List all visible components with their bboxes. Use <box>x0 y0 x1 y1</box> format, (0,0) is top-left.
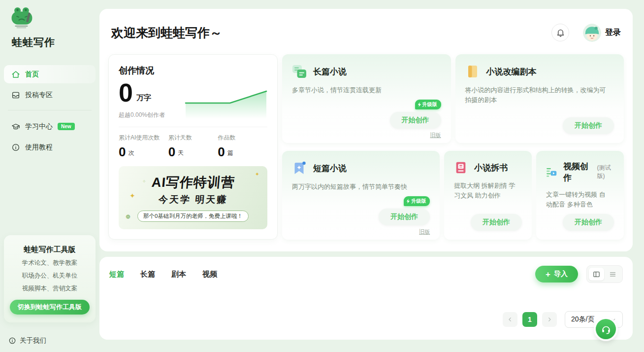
grid-view-button[interactable] <box>589 268 604 281</box>
new-badge: New <box>58 123 75 130</box>
sidebar-item-label: 学习中心 <box>25 122 53 131</box>
card-book-analysis[interactable]: 小说拆书 提取大纲 拆解剧情 学习文风 助力创作 开始创作 <box>444 151 532 240</box>
import-button[interactable]: + 导入 <box>535 266 578 282</box>
grid-view-icon <box>592 270 601 279</box>
customer-service-button[interactable] <box>596 319 616 339</box>
card-novel-to-script[interactable]: 小说改编剧本 将小说的内容进行形式和结构上的转换，改编为可拍摄的剧本 开始创作 <box>455 54 624 143</box>
metric-value: 0 <box>119 145 126 158</box>
graduation-cap-icon <box>11 122 20 131</box>
headset-icon <box>601 324 612 335</box>
main-content: 欢迎来到蛙蛙写作～ <box>99 0 644 352</box>
works-panel: 短篇 长篇 剧本 视频 + 导入 <box>99 257 633 340</box>
start-writing-button[interactable]: 开始创作 <box>563 117 614 134</box>
tab-short[interactable]: 短篇 <box>109 270 124 279</box>
lightning-icon <box>418 102 421 107</box>
tool-card-line: 视频脚本、营销文案 <box>10 284 90 293</box>
card-title: 小说拆书 <box>474 162 508 174</box>
tab-long[interactable]: 长篇 <box>140 270 155 279</box>
sidebar-nav: 首页 投稿专区 学习中心 New 使用教程 <box>0 65 99 159</box>
long-novel-icon <box>292 64 307 79</box>
sidebar-item-learning-center[interactable]: 学习中心 New <box>4 117 96 136</box>
sidebar-item-label: 使用教程 <box>25 143 53 152</box>
metric-ai-uses: 累计AI使用次数 0 次 <box>119 134 168 158</box>
tool-card-line: 学术论文、教学教案 <box>10 259 90 267</box>
notification-bell-button[interactable] <box>551 24 569 41</box>
divider <box>119 127 267 127</box>
banner-headline: AI写作特训营 <box>151 174 235 191</box>
short-novel-icon <box>292 161 307 176</box>
script-book-icon <box>465 64 480 79</box>
login-button[interactable]: 登录 <box>605 28 621 38</box>
tab-video[interactable]: 视频 <box>202 270 217 279</box>
total-words-value: 0 <box>119 79 133 106</box>
total-words-unit: 万字 <box>136 93 151 103</box>
card-description: 将小说的内容进行形式和结构上的转换，改编为可拍摄的剧本 <box>465 85 614 105</box>
start-writing-button[interactable]: 开始创作 <box>379 209 430 225</box>
feature-cards: 长篇小说 多章节小说，情节连贯连载更新 升级版 开始创作 旧版 <box>282 54 624 240</box>
stats-card-title: 创作情况 <box>119 65 267 76</box>
video-creation-icon <box>546 165 557 179</box>
card-title: 短篇小说 <box>313 163 347 174</box>
card-title: 小说改编剧本 <box>486 66 537 77</box>
metric-unit: 篇 <box>227 149 233 157</box>
page-size-value: 20条/页 <box>571 315 594 324</box>
beta-label: (测试版) <box>597 164 614 180</box>
bell-icon <box>556 28 565 37</box>
card-title: 长篇小说 <box>313 66 347 77</box>
card-title: 视频创作 <box>563 161 589 183</box>
upgrade-badge: 升级版 <box>404 196 430 206</box>
sparkle-icon: ✧ <box>142 179 146 184</box>
view-toggle <box>586 265 623 283</box>
sparkle-icon: ✦ <box>255 171 259 177</box>
training-camp-banner[interactable]: ✦ ✦ ✧ ❁ AI写作特训营 今天学 明天赚 那个0基础到月万的老师，免费上课… <box>119 166 267 229</box>
sparkle-icon: ❁ <box>126 213 130 220</box>
next-page-button[interactable] <box>542 312 557 327</box>
tool-card-line: 职场办公、机关单位 <box>10 272 90 280</box>
avatar[interactable] <box>583 24 601 42</box>
card-video-creation[interactable]: 视频创作 (测试版) 文章一键转为视频 自动配音 多种音色 开始创作 <box>536 151 624 240</box>
list-view-button[interactable] <box>605 268 620 281</box>
banner-subline: 今天学 明天赚 <box>158 193 228 206</box>
works-tabs-row: 短篇 长篇 剧本 视频 + 导入 <box>109 265 623 283</box>
card-long-novel[interactable]: 长篇小说 多章节小说，情节连贯连载更新 升级版 开始创作 旧版 <box>282 54 451 143</box>
about-us-link[interactable]: 关于我们 <box>0 336 99 345</box>
tab-script[interactable]: 剧本 <box>171 270 186 279</box>
sidebar-item-submission[interactable]: 投稿专区 <box>4 86 96 104</box>
old-version-link[interactable]: 旧版 <box>430 132 441 139</box>
red-book-icon <box>454 161 468 175</box>
banner-caption: 那个0基础到月万的老师，免费上课啦！ <box>137 211 249 222</box>
submission-tray-icon <box>11 91 20 100</box>
current-page[interactable]: 1 <box>522 312 537 327</box>
info-circle-icon <box>11 143 20 152</box>
header-actions: 登录 <box>551 24 621 42</box>
metric-days: 累计天数 0 天 <box>168 134 218 158</box>
page-title: 欢迎来到蛙蛙写作～ <box>111 25 222 41</box>
start-writing-button[interactable]: 开始创作 <box>563 214 614 231</box>
home-icon <box>11 70 20 79</box>
app-title: 蛙蛙写作 <box>0 35 99 49</box>
sidebar-divider <box>8 110 92 110</box>
sidebar-item-home[interactable]: 首页 <box>4 65 96 83</box>
start-writing-button[interactable]: 开始创作 <box>390 112 441 129</box>
prev-page-button[interactable] <box>503 312 517 327</box>
card-description: 多章节小说，情节连贯连载更新 <box>292 85 441 95</box>
sidebar-item-tutorial[interactable]: 使用教程 <box>4 138 96 156</box>
card-short-novel[interactable]: 短篇小说 两万字以内的短篇故事，情节简单节奏快 升级版 开始创作 旧版 <box>282 151 440 240</box>
sparkle-icon: ✦ <box>129 192 135 200</box>
old-version-link[interactable]: 旧版 <box>419 228 430 236</box>
card-description: 提取大纲 拆解剧情 学习文风 助力创作 <box>454 181 522 201</box>
metric-works: 作品数 0 篇 <box>218 134 267 158</box>
dashboard-cards: 创作情况 0 万字 超越0.00%创作者 <box>108 54 624 240</box>
plus-icon: + <box>546 270 550 279</box>
tool-card-title: 蛙蛙写作工具版 <box>10 245 90 254</box>
sidebar-item-label: 首页 <box>25 70 39 79</box>
chevron-left-icon <box>507 317 513 322</box>
card-description: 两万字以内的短篇故事，情节简单节奏快 <box>292 182 430 192</box>
metric-unit: 次 <box>128 149 134 157</box>
switch-tool-version-button[interactable]: 切换到蛙蛙写作工具版 <box>10 300 90 315</box>
app-logo <box>0 6 99 31</box>
writing-stats-card: 创作情况 0 万字 超越0.00%创作者 <box>108 54 278 240</box>
start-writing-button[interactable]: 开始创作 <box>471 214 522 231</box>
dashboard-panel: 欢迎来到蛙蛙写作～ <box>99 9 633 251</box>
metric-unit: 天 <box>178 149 184 157</box>
